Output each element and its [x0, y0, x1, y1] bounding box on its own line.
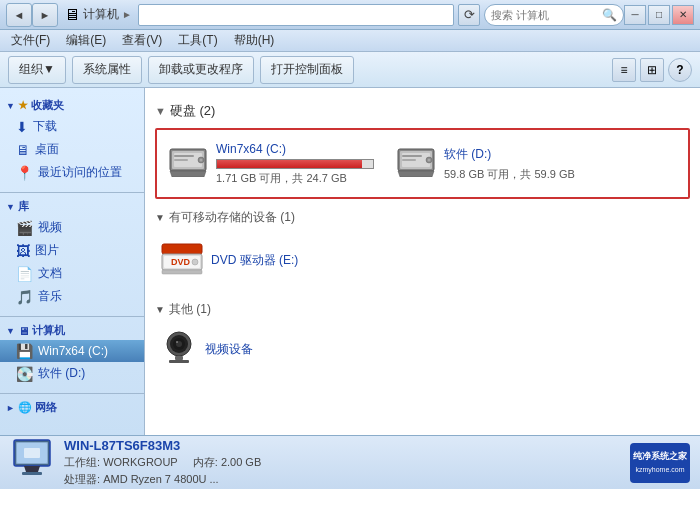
svg-rect-34	[24, 448, 40, 458]
close-button[interactable]: ✕	[672, 5, 694, 25]
maximize-button[interactable]: □	[648, 5, 670, 25]
c-drive-icon: 💾	[16, 343, 33, 359]
view-grid-button[interactable]: ⊞	[640, 58, 664, 82]
network-icon: 🌐	[18, 401, 32, 414]
recent-icon: 📍	[16, 165, 33, 181]
sidebar-item-music[interactable]: 🎵 音乐	[0, 285, 144, 308]
c-drive-size: 1.71 GB 可用，共 24.7 GB	[216, 171, 374, 186]
computer-icon-sidebar: 🖥	[18, 325, 29, 337]
toolbar: 组织▼ 系统属性 卸载或更改程序 打开控制面板 ≡ ⊞ ?	[0, 52, 700, 88]
sidebar-item-download[interactable]: ⬇ 下载	[0, 115, 144, 138]
organize-button[interactable]: 组织▼	[8, 56, 66, 84]
svg-rect-13	[402, 155, 422, 157]
uninstall-button[interactable]: 卸载或更改程序	[148, 56, 254, 84]
c-drive-big-icon	[168, 141, 208, 186]
other-section: ▼ 其他 (1) 视频设备	[155, 301, 690, 377]
d-drive-name: 软件 (D:)	[444, 146, 602, 163]
menu-tools[interactable]: 工具(T)	[175, 31, 220, 50]
svg-rect-6	[174, 159, 188, 161]
dvd-info: DVD 驱动器 (E:)	[211, 252, 298, 272]
sidebar-item-d-drive[interactable]: 💽 软件 (D:)	[0, 362, 144, 385]
path-text: 计算机	[83, 6, 119, 23]
status-info: WIN-L87TS6F83M3 工作组: WORKGROUP 内存: 2.00 …	[64, 438, 620, 487]
computer-name: WIN-L87TS6F83M3	[64, 438, 620, 453]
divider-3	[0, 393, 144, 394]
back-button[interactable]: ◄	[6, 3, 32, 27]
content-area: ▼ 硬盘 (2)	[145, 88, 700, 435]
menu-file[interactable]: 文件(F)	[8, 31, 53, 50]
sidebar-item-recent[interactable]: 📍 最近访问的位置	[0, 161, 144, 184]
computer-section-header[interactable]: ▼ 🖥 计算机	[0, 321, 144, 340]
menu-edit[interactable]: 编辑(E)	[63, 31, 109, 50]
refresh-button[interactable]: ⟳	[458, 4, 480, 26]
other-arrow: ▼	[155, 304, 165, 315]
webcam-info: 视频设备	[205, 341, 253, 361]
status-bar: WIN-L87TS6F83M3 工作组: WORKGROUP 内存: 2.00 …	[0, 435, 700, 489]
sidebar-item-pictures[interactable]: 🖼 图片	[0, 239, 144, 262]
menu-help[interactable]: 帮助(H)	[231, 31, 278, 50]
sidebar-item-documents[interactable]: 📄 文档	[0, 262, 144, 285]
svg-text:DVD: DVD	[171, 257, 191, 267]
minimize-button[interactable]: ─	[624, 5, 646, 25]
view-controls: ≡ ⊞ ?	[612, 58, 692, 82]
help-button[interactable]: ?	[668, 58, 692, 82]
download-icon: ⬇	[16, 119, 28, 135]
sidebar-item-video[interactable]: 🎬 视频	[0, 216, 144, 239]
watermark: 纯净系统之家 kzmyhome.com	[630, 443, 690, 483]
libraries-header[interactable]: ▼ 库	[0, 197, 144, 216]
c-drive-name: Win7x64 (C:)	[216, 142, 374, 156]
sidebar-item-desktop[interactable]: 🖥 桌面	[0, 138, 144, 161]
search-input[interactable]	[491, 9, 602, 21]
forward-button[interactable]: ►	[32, 3, 58, 27]
control-panel-button[interactable]: 打开控制面板	[260, 56, 354, 84]
hard-disk-arrow: ▼	[155, 105, 166, 117]
status-details-line2: 处理器: AMD Ryzen 7 4800U ...	[64, 472, 620, 487]
d-drive-info: 软件 (D:) 59.8 GB 可用，共 59.9 GB	[444, 146, 602, 182]
star-icon: ★	[18, 99, 28, 112]
d-drive-big-icon	[396, 141, 436, 186]
webcam-name: 视频设备	[205, 341, 253, 358]
path-separator: ►	[122, 9, 132, 20]
sidebar: ▼ ★ 收藏夹 ⬇ 下载 🖥 桌面 📍 最近访问的位置 ▼ 库	[0, 88, 145, 435]
divider-1	[0, 192, 144, 193]
hard-disk-section-header[interactable]: ▼ 硬盘 (2)	[155, 102, 690, 120]
view-list-button[interactable]: ≡	[612, 58, 636, 82]
favorites-arrow: ▼	[6, 101, 15, 111]
hard-disk-title: 硬盘 (2)	[170, 102, 216, 120]
d-drive-size: 59.8 GB 可用，共 59.9 GB	[444, 167, 602, 182]
svg-rect-33	[22, 472, 42, 475]
computer-icon: 🖥	[64, 6, 80, 24]
svg-point-4	[200, 159, 203, 162]
network-arrow: ►	[6, 403, 15, 413]
search-box: 🔍	[484, 4, 624, 26]
network-header[interactable]: ► 🌐 网络	[0, 398, 144, 417]
svg-rect-16	[162, 244, 202, 254]
removable-title: 有可移动存储的设备 (1)	[169, 209, 295, 226]
svg-rect-14	[402, 159, 416, 161]
pictures-icon: 🖼	[16, 243, 30, 259]
status-details-line1: 工作组: WORKGROUP 内存: 2.00 GB	[64, 455, 620, 470]
system-properties-button[interactable]: 系统属性	[72, 56, 142, 84]
removable-arrow: ▼	[155, 212, 165, 223]
favorites-header[interactable]: ▼ ★ 收藏夹	[0, 96, 144, 115]
libraries-arrow: ▼	[6, 202, 15, 212]
search-icon: 🔍	[602, 8, 617, 22]
menu-bar: 文件(F) 编辑(E) 查看(V) 工具(T) 帮助(H)	[0, 30, 700, 52]
d-drive-item[interactable]: 软件 (D:) 59.8 GB 可用，共 59.9 GB	[389, 134, 609, 193]
sidebar-item-c-drive[interactable]: 💾 Win7x64 (C:)	[0, 340, 144, 362]
computer-section: ▼ 🖥 计算机 💾 Win7x64 (C:) 💽 软件 (D:)	[0, 321, 144, 385]
webcam-item[interactable]: 视频设备	[155, 324, 315, 377]
c-drive-progress	[216, 159, 374, 169]
other-header[interactable]: ▼ 其他 (1)	[155, 301, 690, 318]
svg-rect-5	[174, 155, 194, 157]
removable-header[interactable]: ▼ 有可移动存储的设备 (1)	[155, 209, 690, 226]
menu-view[interactable]: 查看(V)	[119, 31, 165, 50]
dvd-item[interactable]: DVD DVD 驱动器 (E:)	[155, 232, 355, 291]
hard-disk-grid: Win7x64 (C:) 1.71 GB 可用，共 24.7 GB	[155, 128, 690, 199]
dvd-name: DVD 驱动器 (E:)	[211, 252, 298, 269]
webcam-icon	[161, 330, 197, 371]
video-icon: 🎬	[16, 220, 33, 236]
c-drive-info: Win7x64 (C:) 1.71 GB 可用，共 24.7 GB	[216, 142, 374, 186]
c-drive-item[interactable]: Win7x64 (C:) 1.71 GB 可用，共 24.7 GB	[161, 134, 381, 193]
window-controls: ─ □ ✕	[624, 5, 694, 25]
